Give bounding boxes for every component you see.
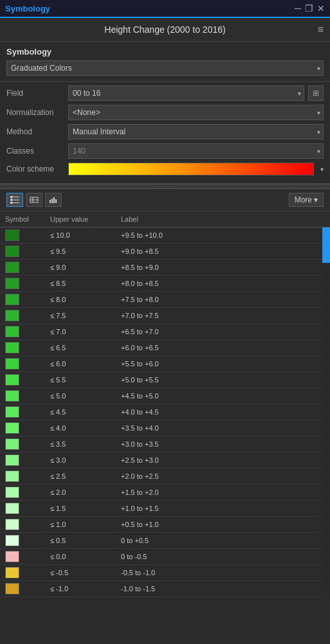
minimize-icon[interactable]: ─ [295,3,301,13]
color-scheme-arrow[interactable]: ▾ [320,166,324,173]
toolbar-classes-btn[interactable] [26,193,42,207]
value-cell: ≤ 6.0 [45,359,116,369]
symbol-box[interactable] [5,229,19,241]
table-row[interactable]: ≤ 2.5+2.0 to +2.5 [0,469,330,485]
symbol-cell [0,485,45,500]
symbol-box[interactable] [5,406,19,418]
symbol-cell [0,452,45,468]
table-row[interactable]: ≤ 9.0+8.5 to +9.0 [0,260,330,276]
table-row[interactable]: ≤ 5.0+4.5 to +5.0 [0,388,330,404]
label-cell: +8.5 to +9.0 [116,262,330,273]
table-row[interactable]: ≤ 6.0+5.5 to +6.0 [0,356,330,372]
label-cell: +5.5 to +6.0 [116,359,330,369]
svg-rect-9 [50,200,51,203]
scrollbar-track[interactable] [322,211,330,597]
field-dropdown-wrapper[interactable]: 00 to 16 ▾ [68,85,304,101]
symbol-box[interactable] [5,487,19,498]
classes-dropdown-wrapper[interactable]: 140 ▾ [68,143,324,159]
svg-rect-5 [14,202,19,203]
title-bar-controls[interactable]: ─ ❐ ✕ [295,3,325,13]
symbol-box[interactable] [5,535,19,546]
table-row[interactable]: ≤ 8.0+7.5 to +8.0 [0,292,330,308]
table-row[interactable]: ≤ 5.5+5.0 to +5.5 [0,372,330,388]
label-cell: +5.0 to +5.5 [116,375,330,385]
table-header: Symbol Upper value Label [0,211,330,228]
table-row[interactable]: ≤ -0.5-0.5 to -1.0 [0,565,330,581]
value-cell: ≤ 0.0 [45,551,116,562]
label-cell: +9.5 to +10.0 [116,230,330,240]
label-cell: +3.0 to +3.5 [116,439,330,449]
classes-select[interactable]: 140 [68,143,324,159]
symbol-box[interactable] [5,294,19,305]
title-bar: Symbology ─ ❐ ✕ [0,0,330,18]
symbol-box[interactable] [5,326,19,337]
symbol-box[interactable] [5,519,19,530]
value-cell: ≤ -0.5 [45,568,116,578]
symbol-box[interactable] [5,583,19,595]
method-select[interactable]: Manual Interval [68,124,324,139]
table-row[interactable]: ≤ 4.0+3.5 to +4.0 [0,420,330,436]
toolbar-list-btn[interactable] [6,193,23,207]
symbol-box[interactable] [5,358,19,370]
table-row[interactable]: ≤ -1.0-1.0 to -1.5 [0,581,330,597]
normalization-label: Normalization [6,108,64,117]
symbol-cell [0,308,45,323]
symbol-box[interactable] [5,246,19,257]
table-row[interactable]: ≤ 1.0+0.5 to +1.0 [0,517,330,533]
more-label: More [295,195,312,204]
table-row[interactable]: ≤ 2.0+1.5 to +2.0 [0,485,330,501]
value-cell: ≤ 1.0 [45,519,116,530]
color-scheme-bar[interactable] [68,163,314,175]
table-row[interactable]: ≤ 3.5+3.0 to +3.5 [0,436,330,452]
method-dropdown-wrapper[interactable]: Manual Interval ▾ [68,124,324,139]
table-row[interactable]: ≤ 10.0+9.5 to +10.0 [0,228,330,244]
table-row[interactable]: ≤ 1.5+1.0 to +1.5 [0,501,330,517]
symbol-cell [0,276,45,291]
symbol-box[interactable] [5,342,19,353]
normalization-dropdown-wrapper[interactable]: <None> ▾ [68,105,324,120]
symbol-box[interactable] [5,503,19,514]
table-row[interactable]: ≤ 9.5+9.0 to +8.5 [0,244,330,260]
toolbar-histogram-btn[interactable] [45,193,62,207]
symbol-box[interactable] [5,374,19,386]
label-cell: +0.5 to +1.0 [116,519,330,530]
symbol-box[interactable] [5,567,19,578]
table-row[interactable]: ≤ 6.5+6.0 to +6.5 [0,340,330,356]
more-button[interactable]: More ▾ [289,193,324,207]
table-row[interactable]: ≤ 8.5+8.0 to +8.5 [0,276,330,292]
svg-rect-4 [14,200,19,201]
field-table-icon[interactable]: ⊞ [308,85,324,101]
symbol-cell [0,420,45,436]
table-row[interactable]: ≤ 7.0+6.5 to +7.0 [0,324,330,340]
table-row[interactable]: ≤ 4.5+4.0 to +4.5 [0,404,330,420]
panel-menu-icon[interactable]: ≡ [318,24,324,35]
symbol-box[interactable] [5,438,19,450]
label-cell: +6.5 to +7.0 [116,326,330,337]
symbol-box[interactable] [5,390,19,402]
svg-rect-10 [51,199,53,203]
table-row[interactable]: ≤ 3.0+2.5 to +3.0 [0,452,330,469]
svg-rect-0 [10,196,13,198]
table-row[interactable]: ≤ 0.50 to +0.5 [0,533,330,549]
symbol-box[interactable] [5,422,19,434]
symbol-cell [0,340,45,355]
symbol-box[interactable] [5,278,19,289]
symbology-type-select[interactable]: Graduated Colors [6,60,324,76]
symbol-box[interactable] [5,310,19,321]
table-row[interactable]: ≤ 7.5+7.0 to +7.5 [0,308,330,324]
symbol-box[interactable] [5,551,19,562]
normalization-row: Normalization <None> ▾ [6,105,324,120]
symbology-type-wrapper[interactable]: Graduated Colors ▾ [6,60,324,76]
symbology-section: Symbology Graduated Colors ▾ [0,42,330,82]
table-row[interactable]: ≤ 0.00 to -0.5 [0,549,330,565]
value-cell: ≤ 10.0 [45,230,116,240]
symbol-box[interactable] [5,454,19,466]
symbol-cell [0,292,45,307]
field-select[interactable]: 00 to 16 [68,85,304,101]
close-icon[interactable]: ✕ [317,3,325,13]
value-cell: ≤ 7.5 [45,310,116,321]
normalization-select[interactable]: <None> [68,105,324,120]
pin-icon[interactable]: ❐ [305,3,313,13]
symbol-box[interactable] [5,262,19,273]
symbol-box[interactable] [5,470,19,482]
